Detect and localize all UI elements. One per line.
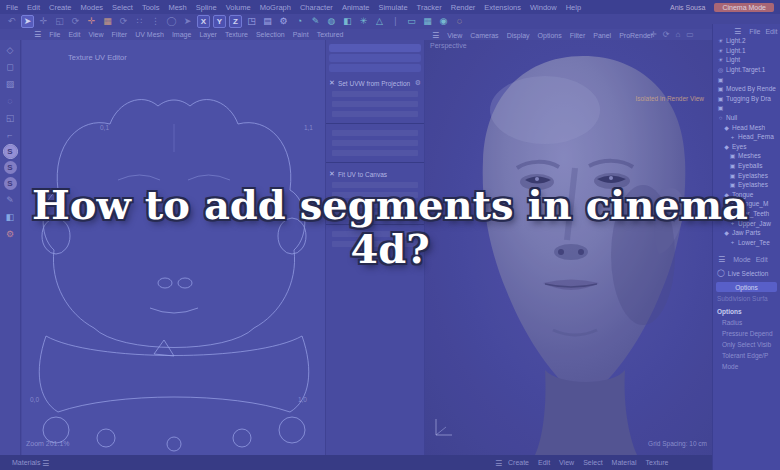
uv-menu-item[interactable]: Paint [293,31,309,38]
uv-menu-item[interactable]: Textured [317,31,344,38]
bottom-menu-item[interactable]: Create [508,459,529,466]
object-row[interactable]: ▣ [713,103,780,113]
uv-tool-section[interactable]: ✕ Fit UV to Canvas [329,170,421,178]
viewport-menu-item[interactable]: Panel [593,32,611,39]
move-camera-icon[interactable]: ✛ [650,30,657,39]
menu-item[interactable]: Help [566,3,581,12]
object-row[interactable]: + Head_Fema [713,132,780,142]
layout-switcher-button[interactable]: Cinema Mode [714,3,774,12]
menu-item[interactable]: Animate [342,3,370,12]
object-row[interactable]: ☀ Light.1 [713,46,780,56]
object-row[interactable]: ☀ Light.2 [713,36,780,46]
uv-tool-row[interactable] [332,130,418,136]
toolbar-icon[interactable]: ◱ [53,15,66,28]
viewport-menu-item[interactable]: Cameras [470,32,498,39]
toolbar-icon[interactable]: ✳ [357,15,370,28]
hamburger-icon[interactable]: ☰ [42,459,49,468]
menu-item[interactable]: File [6,3,18,12]
toolbar-icon[interactable]: ⋮ [149,15,162,28]
toolbar-icon[interactable]: | [389,15,402,28]
toolbar-icon[interactable]: ◌ [453,15,466,28]
toolbar-icon[interactable]: Y [213,15,226,28]
attribute-field-label[interactable]: Mode [722,363,780,370]
uv-menu-item[interactable]: Layer [199,31,217,38]
object-row[interactable]: ▣ Tugging By Dra [713,94,780,104]
object-row[interactable]: ▣ Eyeballs [713,161,780,171]
mode-icon[interactable]: ⌐ [3,128,18,142]
mode-icon[interactable]: S [4,145,17,158]
attribute-field-label[interactable]: Tolerant Edge/P [722,352,780,359]
uv-tool-row[interactable] [332,101,418,107]
menu-item[interactable]: Tracker [417,3,442,12]
hamburger-icon[interactable]: ☰ [734,27,741,36]
menu-item[interactable]: MoGraph [260,3,291,12]
menu-item[interactable]: Modes [81,3,104,12]
uv-tool-row[interactable] [332,140,418,146]
uv-menu-item[interactable]: Image [172,31,191,38]
menu-item[interactable]: Render [451,3,476,12]
menu-item[interactable]: Volume [226,3,251,12]
hamburger-icon[interactable]: ☰ [432,31,439,40]
menu-item[interactable]: Create [49,3,72,12]
uv-tool-row[interactable] [332,111,418,117]
toolbar-icon[interactable]: X [197,15,210,28]
toolbar-icon[interactable]: ◯ [165,15,178,28]
viewport-menu-item[interactable]: Filter [570,32,586,39]
object-manager-menu-item[interactable]: File [749,28,760,35]
subdivision-label[interactable]: Subdivision Surfa [717,295,780,302]
menu-item[interactable]: Simulate [378,3,407,12]
uv-menu-item[interactable]: File [49,31,60,38]
object-row[interactable]: ▣ [713,74,780,84]
toolbar-icon[interactable]: ⟳ [117,15,130,28]
object-row[interactable]: ○ Null [713,113,780,123]
menu-item[interactable]: Extensions [484,3,521,12]
object-row[interactable]: ▣ Moved By Rende [713,84,780,94]
toolbar-icon[interactable]: Z [229,15,242,28]
uv-menu-item[interactable]: Edit [68,31,80,38]
object-row[interactable]: ▣ Meshes [713,151,780,161]
toolbar-icon[interactable]: ▤ [261,15,274,28]
menu-item[interactable]: Edit [27,3,40,12]
object-manager-menu-item[interactable]: Edit [765,28,777,35]
viewport-menu-item[interactable]: Display [507,32,530,39]
toolbar-icon[interactable]: ◔ [293,15,306,28]
gear-icon[interactable]: ⚙ [415,79,421,87]
toolbar-icon[interactable]: ⚙ [277,15,290,28]
uv-tool-row[interactable] [332,91,418,97]
mode-icon[interactable]: ◻ [3,60,18,74]
toolbar-icon[interactable]: ◳ [245,15,258,28]
object-row[interactable]: ☀ Light [713,55,780,65]
mode-icon[interactable]: S [4,161,17,174]
uv-menu-item[interactable]: Texture [225,31,248,38]
toolbar-icon[interactable]: ◉ [437,15,450,28]
uv-menu-item[interactable]: View [89,31,104,38]
attribute-field-label[interactable]: Radius [722,319,780,326]
menu-item[interactable]: Window [530,3,557,12]
bottom-menu-item[interactable]: Material [612,459,637,466]
toolbar-icon[interactable]: ∷ [133,15,146,28]
object-row[interactable]: ◆ Eyes [713,142,780,152]
uv-menu-item[interactable]: Selection [256,31,285,38]
hamburger-icon[interactable]: ☰ [495,459,502,468]
uv-menu-item[interactable]: Filter [112,31,128,38]
toolbar-icon[interactable]: ▦ [101,15,114,28]
menu-item[interactable]: Mesh [168,3,186,12]
attribute-field-label[interactable]: Only Select Visib [722,341,780,348]
toolbar-icon[interactable]: ↶ [5,15,18,28]
viewport-menu-item[interactable]: View [447,32,462,39]
uv-tool-section[interactable]: ✕ Set UVW from Projection ⚙ [329,79,421,87]
viewport-menu-item[interactable]: ProRender [619,32,653,39]
menu-item[interactable]: Spline [196,3,217,12]
attribute-field-label[interactable]: Pressure Depend [722,330,780,337]
object-row[interactable]: ◆ Head Mesh [713,122,780,132]
object-row[interactable]: ▣ Eyelashes [713,170,780,180]
home-view-icon[interactable]: ⌂ [675,30,680,39]
viewport-menu-item[interactable]: Options [538,32,562,39]
mode-icon[interactable]: ◱ [3,111,18,125]
toolbar-icon[interactable]: △ [373,15,386,28]
mode-icon[interactable]: ▨ [3,77,18,91]
toolbar-icon[interactable]: ✛ [37,15,50,28]
bottom-menu-item[interactable]: View [559,459,574,466]
uv-menu-item[interactable]: UV Mesh [135,31,164,38]
mode-icon[interactable]: ◇ [3,43,18,57]
